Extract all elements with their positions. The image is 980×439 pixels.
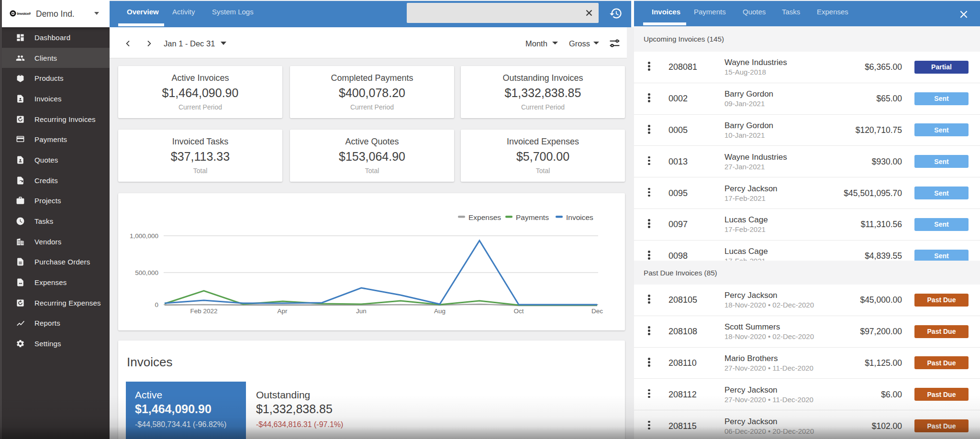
svg-text:Jun: Jun [356,307,367,315]
svg-text:1,000,000: 1,000,000 [130,232,158,240]
svg-text:Apr: Apr [277,307,288,315]
svg-text:InvoiceNinja: InvoiceNinja [17,11,31,16]
svg-text:Invoices: Invoices [566,213,593,221]
svg-text:Aug: Aug [434,307,445,315]
svg-text:Oct: Oct [513,307,523,315]
svg-text:Feb 2022: Feb 2022 [190,307,217,315]
svg-text:Payments: Payments [516,213,549,221]
svg-text:500,000: 500,000 [135,269,158,276]
svg-text:0: 0 [155,301,158,308]
svg-text:Dec: Dec [591,307,603,315]
svg-text:Expenses: Expenses [468,213,501,221]
